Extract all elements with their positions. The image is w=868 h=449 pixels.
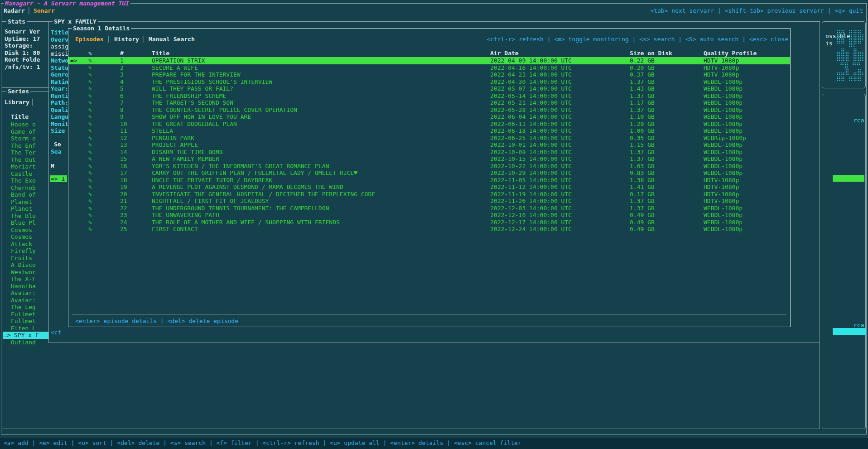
episode-quality: HDTV-1080p [704,191,739,198]
series-list-item-selected[interactable]: =>SPY x F [3,332,48,339]
episode-row[interactable]: ✎20INVESTIGATE THE GENERAL HOSPITAL / DE… [68,191,790,198]
episode-title: PROJECT APPLE [152,141,198,149]
series-list-item[interactable]: The Enf [11,142,48,150]
series-tab-separator: │ [31,99,34,106]
tab-radarr[interactable]: Radarr [4,7,25,14]
series-list-item[interactable]: Avatar: [11,290,48,297]
episode-row[interactable]: ✎24THE ROLE OF A MOTHER AND WIFE / SHOPP… [68,219,790,226]
series-list-item[interactable]: Chernob [11,184,48,192]
series-list-item[interactable]: Hanniba [11,283,48,290]
episode-row[interactable]: ✎18UNCLE THE PRIVATE TUTOR / DAYBREAK202… [68,177,790,184]
episode-row[interactable]: ✎16YOR'S KITCHEN / THE INFORMANT'S GREAT… [68,163,790,170]
series-list-item[interactable]: Firefly [11,247,48,255]
series-list-item[interactable]: Castle [11,170,48,178]
monitor-icon: ✎ [88,219,92,226]
episode-size: 0.83 GB [630,169,655,177]
episode-row[interactable]: ✎3PREPARE FOR THE INTERVIEW2022-04-23 14… [68,71,790,78]
series-list-item[interactable]: Westwor [11,269,48,276]
episode-number: 18 [120,177,127,184]
series-tab-library[interactable]: Library [5,99,29,106]
series-list-item[interactable]: Storm o [11,135,48,142]
episode-quality: WEBDL-1080p [704,78,743,86]
series-list-item[interactable]: Cosmos [11,233,48,241]
episode-row[interactable]: ✎7THE TARGET'S SECOND SON2022-05-21 14:0… [68,99,790,106]
episode-row[interactable]: ✎8THE COUNTER-SECRET POLICE COVER OPERAT… [68,106,790,114]
episode-row[interactable]: ✎6THE FRIENDSHIP SCHEME2022-05-14 14:00:… [68,92,790,100]
episode-quality: WEBDL-1080p [704,155,743,163]
episode-number: 6 [120,92,124,100]
braille-logo-line: ⣤⣤ ⣤⣤⣤ [836,26,865,34]
series-list-item[interactable]: The Blu [11,212,48,220]
series-field-fragment: Title [51,29,68,36]
episode-size: 1.03 GB [630,163,655,170]
series-list-item[interactable]: Cosmos [11,227,48,234]
column-header-quality: Quality Profile [704,50,757,57]
episode-row[interactable]: ✎22THE UNDERGROUND TENNIS TOURNAMENT: TH… [68,205,790,212]
tab-manual-search[interactable]: Manual Search [149,36,195,43]
episode-air-date: 2022-11-12 14:00:00 UTC [490,183,572,191]
episode-row[interactable]: ✎15A NEW FAMILY MEMBER2022-10-15 14:00:0… [68,155,790,163]
series-list-item[interactable]: Fullmet [11,311,48,318]
series-list-item[interactable]: Blue Pl [11,219,48,227]
monitor-icon: ✎ [88,99,92,106]
series-list-item[interactable]: The Out [11,156,48,164]
series-list-item[interactable]: The Ter [11,149,48,156]
series-list-item[interactable]: House o [11,121,48,128]
episode-size: 1.17 GB [630,99,655,106]
text-fragment-rca-1: rca [854,117,864,124]
braille-logo-line: ⣤⣿⣤ ⣿⣤⡄ [836,48,866,55]
series-list-item[interactable]: The Exo [11,177,48,184]
series-list-item[interactable]: Game of [11,128,48,135]
episode-row[interactable]: ✎5WILL THEY PASS OR FAIL?2022-05-07 14:0… [68,85,790,92]
monitor-icon: ✎ [88,169,92,177]
episode-row[interactable]: ✎11STELLA2022-06-18 14:00:00 UTC1.00 GBW… [68,127,790,135]
tab-sonarr[interactable]: Sonarr [34,7,55,14]
stats-line: Uptime: 17 [5,35,40,43]
episode-size: 1.37 GB [630,78,655,86]
series-list-item[interactable]: The X-F [11,275,48,283]
episode-quality: WEBDL-1080p [704,127,743,135]
episodes-keybind-help: <ctrl-r> refresh | <m> toggle monitoring… [487,36,788,43]
series-list-item[interactable]: Fullmet [11,318,48,325]
series-list-item[interactable]: Moriart [11,163,48,170]
tab-episodes[interactable]: Episodes [75,36,104,43]
episode-title: THE TARGET'S SECOND SON [152,99,233,106]
series-list-item[interactable]: Elfen L [11,325,48,332]
episode-title: WILL THEY PASS OR FAIL? [152,85,233,92]
episode-number: 25 [120,226,127,233]
tab-history[interactable]: History [114,36,139,43]
episode-row[interactable]: ✎14DISARM THE TIME BOMB2022-10-08 14:00:… [68,149,790,156]
series-list-item[interactable]: Attack [11,241,48,248]
episode-size: 0.49 GB [630,226,655,233]
series-list-item[interactable]: Avatar: [11,297,48,304]
episode-row[interactable]: ✎12PENGUIN PARK2022-06-25 14:00:00 UTC0.… [68,135,790,142]
episode-air-date: 2022-05-21 14:00:00 UTC [490,99,572,106]
episode-row[interactable]: ✎17CARRY OUT THE GRIFFIN PLAN / FULLMETA… [68,169,790,177]
series-list-item[interactable]: A Disco [11,261,48,269]
series-list-item[interactable]: Band of [11,191,48,198]
monitor-icon: ✎ [88,92,92,100]
series-list-item[interactable]: Planet [11,198,48,206]
series-list-item[interactable]: Fruits [11,255,48,262]
episode-row[interactable]: ✎19A REVENGE PLOT AGAINST DESMOND / MAMA… [68,183,790,191]
episode-row[interactable]: ✎23THE UNWAVERING PATH2022-12-10 14:00:0… [68,212,790,219]
episode-row[interactable]: =>✎1OPERATION STRIX2022-04-09 14:00:00 U… [68,57,790,64]
episode-quality: HDTV-1080p [704,177,739,184]
episode-row[interactable]: ✎9SHOW OFF HOW IN LOVE YOU ARE2022-06-04… [68,113,790,121]
series-list-item[interactable]: Planet [11,205,48,212]
episode-row[interactable]: ✎4THE PRESTIGIOUS SCHOOL'S INTERVIEW2022… [68,78,790,86]
episode-row[interactable]: ✎25FIRST CONTACT2022-12-24 14:00:00 UTC0… [68,226,790,233]
episode-row[interactable]: ✎13PROJECT APPLE2022-10-01 14:00:00 UTC1… [68,141,790,149]
episode-number: 11 [120,127,127,135]
episode-row[interactable]: ✎2SECURE A WIFE2022-04-16 14:00:00 UTC0.… [68,64,790,72]
episode-quality: HDTV-1080p [704,64,739,72]
episode-row[interactable]: ✎10THE GREAT DODGEBALL PLAN2022-06-11 14… [68,121,790,128]
seasons-selected-row-fragment[interactable]: => 1 [50,175,67,182]
episode-number: 7 [120,99,124,106]
app-title: Managarr - A Servarr management TUI [4,0,130,7]
series-list-item[interactable]: Outland [11,339,48,346]
episode-quality: HDTV-1080p [704,71,739,78]
episode-number: 17 [120,169,127,177]
series-list-item[interactable]: The Leg [11,304,48,311]
episode-row[interactable]: ✎21NIGHTFALL / FIRST FIT OF JEALOUSY2022… [68,198,790,205]
